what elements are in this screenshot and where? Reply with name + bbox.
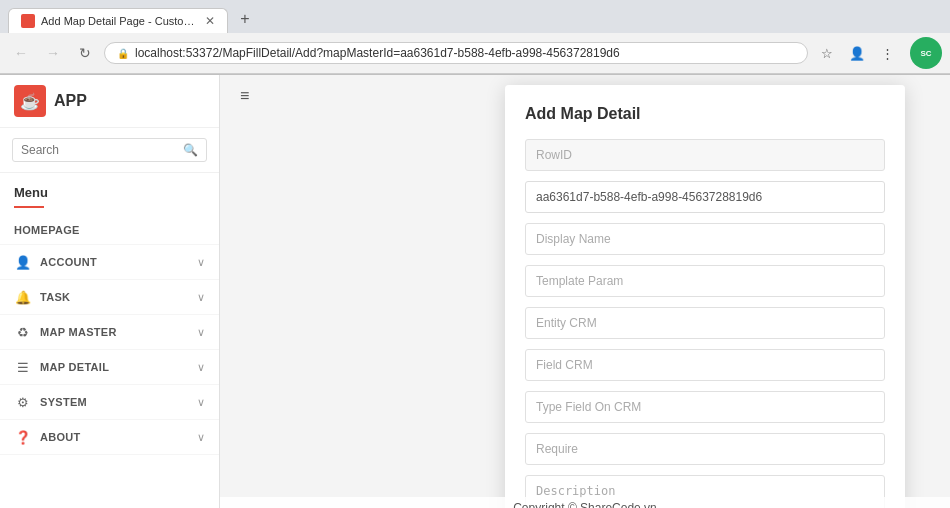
- tab-title: Add Map Detail Page - Custome...: [41, 15, 199, 27]
- about-icon: ❓: [14, 428, 32, 446]
- menu-divider: [14, 206, 44, 208]
- search-container: 🔍: [0, 128, 219, 173]
- tab-close-button[interactable]: ✕: [205, 14, 215, 28]
- sidebar-item-system[interactable]: ⚙ SYSTEM ∨: [0, 385, 219, 420]
- main-content: ≡ ShareCode.vn Add Map Detail: [220, 75, 950, 508]
- sidebar-header: ☕ APP: [0, 75, 219, 128]
- require-input[interactable]: [525, 433, 885, 465]
- profile-button[interactable]: 👤: [844, 40, 870, 66]
- reload-button[interactable]: ↻: [72, 40, 98, 66]
- new-tab-button[interactable]: +: [232, 6, 258, 32]
- row-id-group: [525, 139, 885, 171]
- browser-tabs: Add Map Detail Page - Custome... ✕ +: [0, 0, 950, 33]
- chevron-down-icon: ∨: [197, 291, 205, 304]
- lock-icon: 🔒: [117, 48, 129, 59]
- entity-crm-group: [525, 307, 885, 339]
- chevron-down-icon: ∨: [197, 396, 205, 409]
- entity-crm-input[interactable]: [525, 307, 885, 339]
- tab-favicon: [21, 14, 35, 28]
- field-crm-group: [525, 349, 885, 381]
- sharecode-logo: SC: [910, 37, 942, 69]
- account-icon: 👤: [14, 253, 32, 271]
- sidebar-item-map-detail[interactable]: ☰ MAP DETAIL ∨: [0, 350, 219, 385]
- chevron-down-icon: ∨: [197, 361, 205, 374]
- menu-button[interactable]: ⋮: [874, 40, 900, 66]
- copyright-text: Copyright © ShareCode.vn: [513, 501, 657, 508]
- toolbar-actions: ☆ 👤 ⋮: [814, 40, 900, 66]
- task-icon: 🔔: [14, 288, 32, 306]
- sidebar: ☕ APP 🔍 Menu HOMEPAGE 👤 ACCOUNT ∨ 🔔 TASK…: [0, 75, 220, 508]
- display-name-input[interactable]: [525, 223, 885, 255]
- hamburger-button[interactable]: ≡: [240, 87, 249, 105]
- row-id-value-input: [525, 181, 885, 213]
- menu-label: Menu: [0, 173, 219, 204]
- browser-chrome: Add Map Detail Page - Custome... ✕ + ← →…: [0, 0, 950, 75]
- sidebar-item-map-master[interactable]: ♻ MAP MASTER ∨: [0, 315, 219, 350]
- type-field-on-crm-input[interactable]: [525, 391, 885, 423]
- forward-button[interactable]: →: [40, 40, 66, 66]
- form-title: Add Map Detail: [525, 105, 885, 123]
- copyright-bar: Copyright © ShareCode.vn: [220, 497, 950, 508]
- app-container: ☕ APP 🔍 Menu HOMEPAGE 👤 ACCOUNT ∨ 🔔 TASK…: [0, 75, 950, 508]
- row-id-value-group: [525, 181, 885, 213]
- display-name-group: [525, 223, 885, 255]
- row-id-placeholder-input: [525, 139, 885, 171]
- sidebar-item-task[interactable]: 🔔 TASK ∨: [0, 280, 219, 315]
- sidebar-item-about[interactable]: ❓ ABOUT ∨: [0, 420, 219, 455]
- map-detail-icon: ☰: [14, 358, 32, 376]
- address-bar[interactable]: 🔒 localhost:53372/MapFillDetail/Add?mapM…: [104, 42, 808, 64]
- sidebar-item-task-label: TASK: [40, 291, 189, 303]
- browser-toolbar: ← → ↻ 🔒 localhost:53372/MapFillDetail/Ad…: [0, 33, 950, 74]
- search-box: 🔍: [12, 138, 207, 162]
- type-field-on-crm-group: [525, 391, 885, 423]
- sidebar-item-about-label: ABOUT: [40, 431, 189, 443]
- active-tab[interactable]: Add Map Detail Page - Custome... ✕: [8, 8, 228, 33]
- form-panel: Add Map Detail: [505, 85, 905, 508]
- back-button[interactable]: ←: [8, 40, 34, 66]
- system-icon: ⚙: [14, 393, 32, 411]
- sidebar-logo-icon: ☕: [14, 85, 46, 117]
- chevron-down-icon: ∨: [197, 431, 205, 444]
- map-master-icon: ♻: [14, 323, 32, 341]
- sidebar-item-account-label: ACCOUNT: [40, 256, 189, 268]
- template-param-input[interactable]: [525, 265, 885, 297]
- sidebar-item-map-detail-label: MAP DETAIL: [40, 361, 189, 373]
- search-icon[interactable]: 🔍: [183, 143, 198, 157]
- url-text: localhost:53372/MapFillDetail/Add?mapMas…: [135, 46, 795, 60]
- template-param-group: [525, 265, 885, 297]
- sidebar-item-account[interactable]: 👤 ACCOUNT ∨: [0, 245, 219, 280]
- sidebar-app-title: APP: [54, 92, 87, 110]
- chevron-down-icon: ∨: [197, 256, 205, 269]
- sidebar-item-map-master-label: MAP MASTER: [40, 326, 189, 338]
- field-crm-input[interactable]: [525, 349, 885, 381]
- sidebar-item-homepage[interactable]: HOMEPAGE: [0, 216, 219, 245]
- search-input[interactable]: [21, 143, 177, 157]
- sidebar-item-system-label: SYSTEM: [40, 396, 189, 408]
- chevron-down-icon: ∨: [197, 326, 205, 339]
- require-group: [525, 433, 885, 465]
- star-button[interactable]: ☆: [814, 40, 840, 66]
